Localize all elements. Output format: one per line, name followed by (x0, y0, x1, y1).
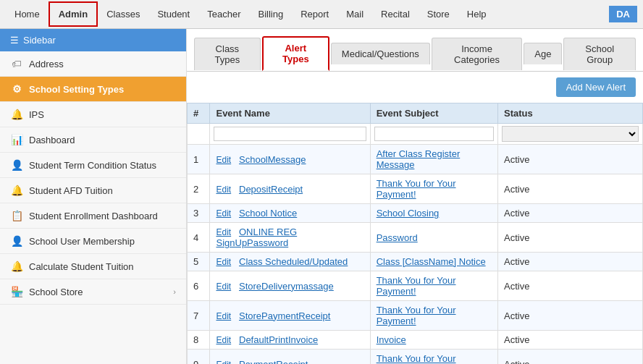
calculate-icon: 🔔 (10, 261, 23, 272)
row-event-subject: Invoice (370, 331, 497, 350)
nav-classes[interactable]: Classes (98, 3, 148, 25)
event-subject-link[interactable]: Thank You for Your Payment! (377, 275, 456, 297)
main-layout: ☰ Sidebar 🏷 Address ⚙ School Setting Typ… (0, 29, 643, 364)
event-name-link[interactable]: StorePaymentReceipt (239, 310, 330, 321)
event-subject-link[interactable]: Thank You for Your Payment! (377, 305, 456, 326)
filter-status-cell: Active Inactive (498, 124, 643, 145)
edit-link[interactable]: Edit (216, 227, 231, 237)
edit-link[interactable]: Edit (216, 185, 231, 195)
edit-link[interactable]: Edit (216, 257, 231, 267)
edit-link[interactable]: Edit (216, 155, 231, 165)
dashboard-icon: 📊 (10, 134, 23, 145)
nav-teacher[interactable]: Teacher (198, 3, 249, 25)
sidebar-item-school-user-membership[interactable]: 👤 School User Membership (0, 229, 186, 254)
row-event-subject: Password (370, 223, 497, 253)
nav-home[interactable]: Home (6, 3, 49, 25)
event-name-link[interactable]: PaymentReceipt (239, 359, 308, 365)
event-name-link[interactable]: School Notice (239, 208, 297, 219)
event-subject-link[interactable]: School Closing (377, 208, 440, 219)
event-subject-link[interactable]: Class [ClassName] Notice (377, 256, 486, 267)
tab-class-types[interactable]: Class Types (194, 38, 261, 70)
nav-store[interactable]: Store (419, 3, 458, 25)
row-event-name: Edit DepositReceipt (210, 174, 370, 204)
school-setting-icon: ⚙ (10, 83, 23, 95)
sidebar-item-label: Address (29, 59, 64, 69)
event-name-link[interactable]: StoreDeliverymassage (239, 281, 334, 292)
col-event-subject: Event Subject (370, 103, 497, 124)
filter-event-subject-cell (370, 124, 497, 145)
row-status: Active (498, 301, 643, 331)
row-event-name: Edit PaymentReceipt (210, 350, 370, 365)
nav-admin[interactable]: Admin (49, 1, 98, 27)
filter-status-select[interactable]: Active Inactive (502, 126, 639, 142)
row-num: 1 (188, 145, 210, 174)
row-event-name: Edit StorePaymentReceipt (210, 301, 370, 331)
event-subject-link[interactable]: Invoice (377, 334, 406, 345)
student-term-icon: 👤 (10, 159, 23, 171)
row-num: 8 (188, 331, 210, 350)
edit-link[interactable]: Edit (216, 335, 231, 345)
row-event-subject: Thank You for Your Payment! (370, 271, 497, 301)
sidebar-item-label: Student Term Condition Status (29, 160, 156, 171)
event-name-link[interactable]: DepositReceipt (239, 184, 303, 195)
tab-income-categories[interactable]: Income Categories (432, 38, 522, 70)
tab-alert-types[interactable]: Alert Types (262, 36, 329, 71)
sidebar-item-calculate-student-tuition[interactable]: 🔔 Calculate Student Tuition (0, 254, 186, 279)
row-num: 6 (188, 271, 210, 301)
top-navigation: Home Admin Classes Student Teacher Billi… (0, 0, 643, 29)
edit-link[interactable]: Edit (216, 360, 231, 365)
event-subject-link[interactable]: Thank You for Your Payment! (377, 178, 456, 200)
add-new-alert-button[interactable]: Add New Alert (556, 77, 636, 97)
user-badge[interactable]: DA (609, 6, 637, 22)
sidebar-item-school-store[interactable]: 🏪 School Store › (0, 279, 186, 305)
table-row: 3 Edit School Notice School Closing Acti… (188, 204, 643, 223)
table-row: 8 Edit DefaultPrintInvoice Invoice Activ… (188, 331, 643, 350)
edit-link[interactable]: Edit (216, 311, 231, 321)
sidebar-item-ips[interactable]: 🔔 IPS (0, 102, 186, 127)
filter-event-name-input[interactable] (214, 127, 366, 141)
edit-link[interactable]: Edit (216, 208, 231, 219)
row-status: Active (498, 204, 643, 223)
ips-icon: 🔔 (10, 109, 23, 120)
row-num: 3 (188, 204, 210, 223)
event-subject-link[interactable]: After Class Register Message (377, 148, 461, 170)
tab-age[interactable]: Age (524, 43, 562, 64)
nav-help[interactable]: Help (458, 3, 495, 25)
row-event-name: Edit DefaultPrintInvoice (210, 331, 370, 350)
sidebar-item-label: School Store (29, 287, 83, 297)
alert-table: # Event Name Event Subject Status (187, 103, 643, 364)
nav-billing[interactable]: Billing (249, 3, 292, 25)
table-row: 4 Edit ONLINE REG SignUpPassword Passwor… (188, 223, 643, 253)
row-status: Active (498, 331, 643, 350)
event-name-link[interactable]: SchoolMessage (239, 154, 306, 165)
tab-school-group[interactable]: School Group (563, 38, 636, 70)
sidebar-item-student-term-condition[interactable]: 👤 Student Term Condition Status (0, 153, 186, 178)
sidebar-item-label: Student Enrollment Dashboard (29, 211, 158, 221)
nav-report[interactable]: Report (292, 3, 337, 25)
row-event-subject: School Closing (370, 204, 497, 223)
edit-link[interactable]: Edit (216, 282, 231, 292)
sidebar-item-student-enrollment[interactable]: 📋 Student Enrollment Dashboard (0, 203, 186, 229)
table-row: 6 Edit StoreDeliverymassage Thank You fo… (188, 271, 643, 301)
sidebar-item-student-afd-tuition[interactable]: 🔔 Student AFD Tuition (0, 178, 186, 203)
event-subject-link[interactable]: Thank You for Your Payment! (377, 353, 456, 364)
nav-recital[interactable]: Recital (372, 3, 419, 25)
event-name-link[interactable]: Class Scheduled/Updated (239, 256, 348, 267)
row-event-subject: Class [ClassName] Notice (370, 253, 497, 271)
nav-mail[interactable]: Mail (337, 3, 372, 25)
sidebar-item-dashboard[interactable]: 📊 Dashboard (0, 127, 186, 153)
table-row: 5 Edit Class Scheduled/Updated Class [Cl… (188, 253, 643, 271)
sidebar-item-school-setting-types[interactable]: ⚙ School Setting Types (0, 77, 186, 102)
filter-row: Active Inactive (188, 124, 643, 145)
event-name-link[interactable]: DefaultPrintInvoice (239, 334, 318, 345)
event-subject-link[interactable]: Password (377, 232, 418, 243)
sidebar-item-address[interactable]: 🏷 Address (0, 51, 186, 77)
row-num: 5 (188, 253, 210, 271)
filter-event-subject-input[interactable] (374, 127, 494, 141)
tab-medical-questions[interactable]: Medical/Questions (331, 43, 430, 64)
nav-student[interactable]: Student (148, 3, 198, 25)
sidebar-header[interactable]: ☰ Sidebar (0, 29, 186, 51)
row-event-subject: After Class Register Message (370, 145, 497, 174)
filter-event-name-cell (210, 124, 370, 145)
row-event-subject: Thank You for Your Payment! (370, 174, 497, 204)
